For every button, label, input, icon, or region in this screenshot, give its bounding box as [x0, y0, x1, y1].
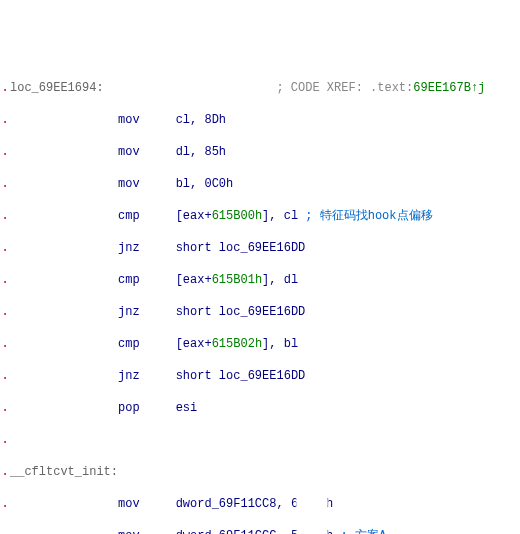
asm-line: . mov cl, 8Dh [0, 112, 520, 128]
asm-line: . jnz short loc_69EE16DD [0, 304, 520, 320]
xref-comment: ; CODE XREF: .text:69EE167B↑j [276, 81, 485, 95]
asm-line: . pop esi [0, 400, 520, 416]
redacted-value [298, 529, 326, 534]
offset: 615B00h [212, 209, 262, 223]
blank-line: . [0, 432, 520, 448]
asm-line: .loc_69EE1694: ; CODE XREF: .text:69EE16… [0, 80, 520, 96]
label-loc1: loc_69EE1694: [10, 81, 104, 95]
label-init1: __cfltcvt_init: [10, 465, 118, 479]
gutter-mark: . [0, 80, 10, 96]
comment: ; 特征码找hook点偏移 [305, 209, 432, 223]
asm-line: . cmp [eax+615B02h], bl [0, 336, 520, 352]
asm-line: . cmp [eax+615B01h], dl [0, 272, 520, 288]
asm-line: . mov dword_69F11CC8, 6h [0, 496, 520, 512]
asm-line: . mov dl, 85h [0, 144, 520, 160]
redacted-value [298, 497, 326, 508]
disassembly-listing: .loc_69EE1694: ; CODE XREF: .text:69EE16… [0, 64, 520, 534]
asm-line: . jnz short loc_69EE16DD [0, 368, 520, 384]
asm-line: . jnz short loc_69EE16DD [0, 240, 520, 256]
asm-line: . cmp [eax+615B00h], cl ; 特征码找hook点偏移 [0, 208, 520, 224]
asm-line: . mov bl, 0C0h [0, 176, 520, 192]
mnemonic: mov [118, 113, 140, 127]
asm-line: .__cfltcvt_init: [0, 464, 520, 480]
asm-line: . mov dword_69F11CCC, 5h ; 方案A [0, 528, 520, 534]
comment: ; 方案A [340, 529, 386, 534]
operands: cl, 8Dh [176, 113, 226, 127]
